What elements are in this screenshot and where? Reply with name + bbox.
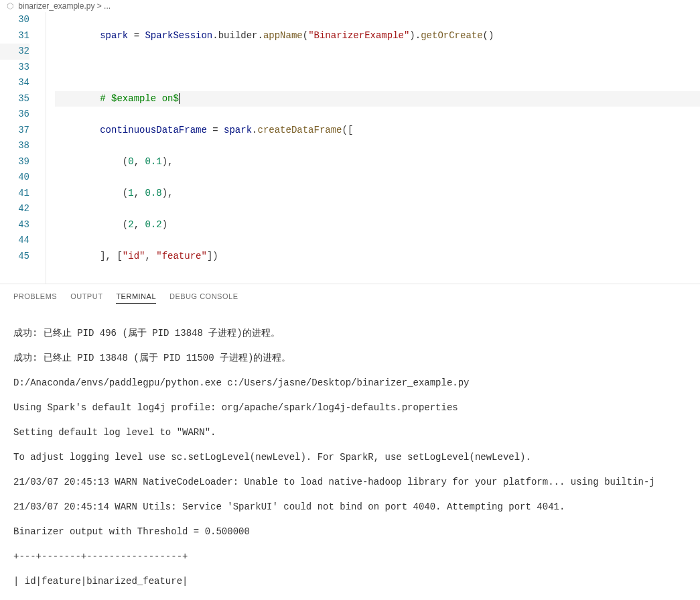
code-editor[interactable]: 30 31 32 33 34 35 36 37 38 39 40 41 42 4…: [0, 12, 700, 284]
fold-gutter: [42, 12, 54, 284]
terminal-line: | id|feature|binarized_feature|: [13, 575, 687, 588]
tab-problems[interactable]: PROBLEMS: [13, 290, 57, 304]
line-number-gutter: 30 31 32 33 34 35 36 37 38 39 40 41 42 4…: [0, 12, 42, 284]
terminal-line: 成功: 已终止 PID 13848 (属于 PID 11500 子进程)的进程。: [13, 352, 687, 365]
tab-debug-console[interactable]: DEBUG CONSOLE: [169, 290, 238, 304]
terminal-line: +---+-------+-----------------+: [13, 550, 687, 563]
terminal-line: Setting default log level to "WARN".: [13, 426, 687, 439]
panel-tabs: PROBLEMS OUTPUT TERMINAL DEBUG CONSOLE: [0, 284, 700, 309]
terminal-line: Using Spark's default log4j profile: org…: [13, 402, 687, 414]
file-icon: ⬡: [7, 1, 13, 11]
breadcrumb[interactable]: ⬡ binarizer_example.py > ...: [0, 0, 700, 12]
terminal-line: To adjust logging level use sc.setLogLev…: [13, 451, 687, 464]
terminal-line: 21/03/07 20:45:14 WARN Utils: Service 'S…: [13, 501, 687, 514]
code-content[interactable]: spark = SparkSession.builder.appName("Bi…: [54, 12, 700, 284]
terminal-line: 21/03/07 20:45:13 WARN NativeCodeLoader:…: [13, 476, 687, 489]
tab-terminal[interactable]: TERMINAL: [116, 290, 156, 304]
terminal-line: Binarizer output with Threshold = 0.5000…: [13, 526, 687, 538]
breadcrumb-file: binarizer_example.py > ...: [18, 1, 111, 11]
terminal-line: D:/Anaconda/envs/paddlegpu/python.exe c:…: [13, 377, 687, 389]
tab-output[interactable]: OUTPUT: [70, 290, 102, 304]
terminal-line: 成功: 已终止 PID 496 (属于 PID 13848 子进程)的进程。: [13, 327, 687, 340]
terminal-panel[interactable]: 成功: 已终止 PID 496 (属于 PID 13848 子进程)的进程。 成…: [0, 309, 700, 600]
